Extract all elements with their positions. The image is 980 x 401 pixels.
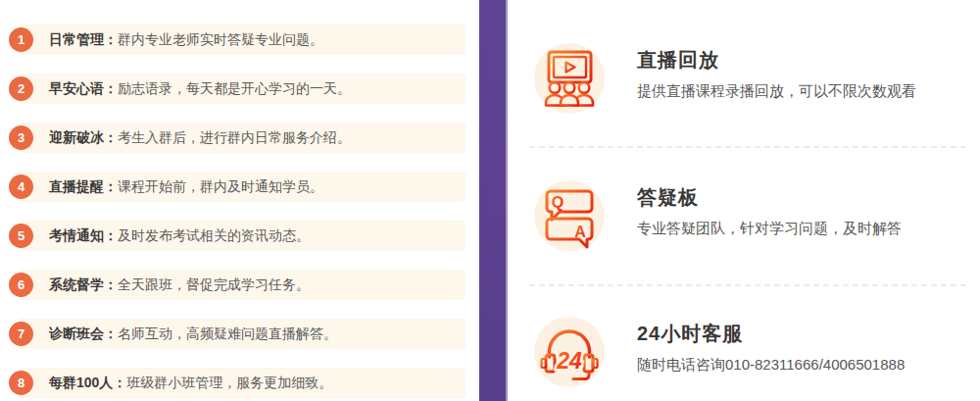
service-label: 每群100人： [49, 375, 126, 392]
purple-divider [479, 0, 506, 401]
number-badge: 2 [9, 76, 33, 101]
service-desc: 课程开始前，群内及时通知学员。 [118, 178, 323, 196]
service-desc: 考生入群后，进行群内日常服务介绍。 [118, 129, 351, 147]
number-badge: 6 [9, 273, 33, 297]
service-desc: 群内专业老师实时答疑专业问题。 [118, 31, 323, 49]
service-label: 系统督学： [49, 276, 118, 294]
feature-desc: 专业答疑团队，针对学习问题，及时解答 [637, 219, 902, 238]
qa-board-icon: Q A [534, 180, 605, 251]
number-badge: 8 [9, 371, 33, 395]
service-label: 早安心语： [49, 80, 118, 98]
number-badge: 7 [9, 322, 33, 346]
service-row: 7 诊断班会：名师互动，高频疑难问题直播解答。 [18, 319, 466, 349]
number-badge: 4 [9, 175, 33, 199]
service-row: 1 日常管理：群内专业老师实时答疑专业问题。 [18, 25, 466, 55]
feature-title: 答疑板 [637, 185, 902, 209]
service-row: 6 系统督学：全天跟班，督促完成学习任务。 [18, 270, 466, 300]
badge-number: 1 [18, 32, 24, 47]
purple-divider-edge [506, 0, 508, 401]
badge-number: 5 [18, 228, 24, 243]
badge-number: 7 [18, 326, 24, 341]
service-row: 5 考情通知：及时发布考试相关的资讯动态。 [18, 221, 466, 251]
feature-title: 直播回放 [637, 48, 916, 72]
icon-letter-q: Q [552, 194, 564, 211]
service-row: 4 直播提醒：课程开始前，群内及时通知学员。 [18, 172, 466, 202]
service-row: 3 迎新破冰：考生入群后，进行群内日常服务介绍。 [18, 123, 466, 153]
service-label: 直播提醒： [49, 178, 118, 196]
class-service-panel: 1 日常管理：群内专业老师实时答疑专业问题。 2 早安心语：励志语录，每天都是开… [0, 0, 980, 401]
feature-card-qa-board: Q A 答疑板 专业答疑团队，针对学习问题，及时解答 [534, 180, 902, 251]
badge-number: 8 [18, 376, 24, 390]
badge-number: 2 [18, 81, 24, 96]
dashed-separator [529, 284, 966, 286]
feature-card-live-playback: 直播回放 提供直播课程录播回放，可以不限次数观看 [534, 43, 916, 114]
number-badge: 1 [9, 27, 33, 52]
badge-number: 4 [18, 179, 24, 194]
service-desc: 名师互动，高频疑难问题直播解答。 [118, 326, 337, 343]
number-badge: 5 [9, 224, 33, 248]
feature-title: 24小时客服 [637, 322, 905, 345]
service-desc: 全天跟班，督促完成学习任务。 [118, 276, 310, 294]
icon-letter-a: A [574, 224, 586, 240]
service-row: 8 每群100人：班级群小班管理，服务更加细致。 [18, 368, 466, 398]
number-badge: 3 [9, 125, 33, 150]
badge-number: 3 [18, 130, 24, 145]
service-desc: 及时发布考试相关的资讯动态。 [118, 227, 310, 245]
live-playback-icon [534, 43, 605, 114]
service-row: 2 早安心语：励志语录，每天都是开心学习的一天。 [18, 74, 466, 104]
service-label: 考情通知： [49, 227, 118, 245]
badge-number: 6 [18, 277, 24, 292]
service-desc: 班级群小班管理，服务更加细致。 [126, 375, 332, 392]
service-label: 日常管理： [49, 31, 118, 49]
service-label: 迎新破冰： [49, 129, 118, 147]
24h-support-icon: 24 [534, 317, 605, 387]
service-list: 1 日常管理：群内专业老师实时答疑专业问题。 2 早安心语：励志语录，每天都是开… [18, 25, 466, 401]
feature-desc: 提供直播课程录播回放，可以不限次数观看 [637, 81, 916, 101]
icon-text-24: 24 [556, 348, 582, 374]
service-label: 诊断班会： [49, 326, 118, 343]
feature-desc: 随时电话咨询010-82311666/4006501888 [637, 355, 905, 375]
service-desc: 励志语录，每天都是开心学习的一天。 [118, 80, 351, 98]
feature-card-24h-support: 24 24小时客服 随时电话咨询010-82311666/4006501888 [534, 317, 905, 387]
dashed-separator [529, 146, 966, 148]
